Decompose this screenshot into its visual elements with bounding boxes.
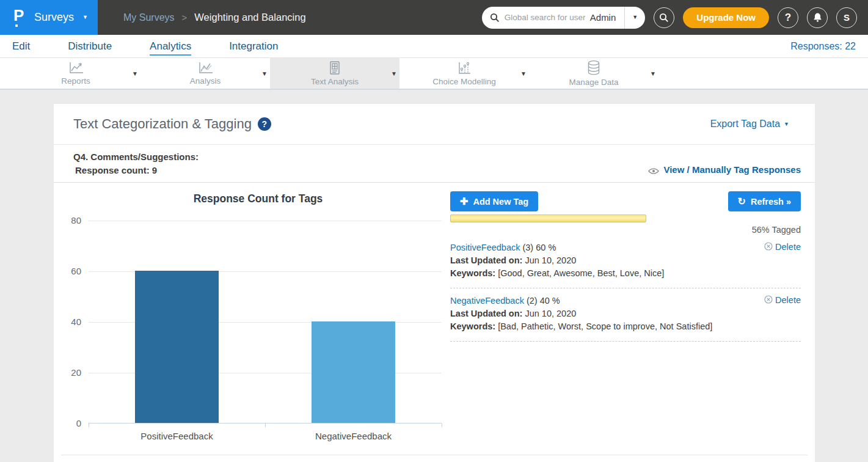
refresh-button[interactable]: ↻ Refresh » — [728, 191, 801, 211]
gridline — [89, 221, 442, 221]
text-grid-icon — [328, 61, 341, 75]
breadcrumb-parent[interactable]: My Surveys — [123, 12, 175, 23]
scatter-chart-icon — [456, 61, 473, 75]
delete-tag-link[interactable]: Delete — [764, 295, 801, 305]
response-count: Response count: 9 — [73, 165, 199, 175]
keywords-label: Keywords: — [450, 321, 495, 331]
tag-count-percent: (2) 40 % — [524, 296, 560, 306]
bell-icon — [812, 12, 823, 23]
breadcrumb-current: Weighting and Balancing — [194, 12, 305, 23]
questionpro-logo-icon: P — [13, 9, 27, 27]
text-analysis-card: Text Categorization & Tagging ? Export T… — [54, 104, 815, 462]
question-row: Q4. Comments/Suggestions: Response count… — [54, 145, 815, 183]
tagging-progress-bar — [450, 215, 801, 223]
app-window: P Surveys ▼ My Surveys > Weighting and B… — [0, 0, 868, 462]
refresh-icon: ↻ — [738, 196, 746, 207]
delete-tag-link[interactable]: Delete — [764, 242, 801, 252]
chevron-down-icon[interactable]: ▼ — [520, 70, 527, 77]
global-search: Admin ▼ — [482, 7, 646, 29]
y-axis-tick-label: 0 — [62, 418, 81, 428]
nav-item-edit[interactable]: Edit — [12, 37, 30, 56]
tab-label: Text Analysis — [311, 77, 359, 86]
breadcrumb: My Surveys > Weighting and Balancing — [123, 12, 306, 23]
keywords-value: [Good, Great, Awesome, Best, Love, Nice] — [495, 268, 664, 278]
search-button[interactable] — [654, 7, 674, 28]
search-icon — [490, 13, 500, 23]
tag-list: PositiveFeedback (3) 60 % Last Updated o… — [450, 240, 801, 342]
chevron-down-icon[interactable]: ▼ — [650, 70, 656, 77]
tab-label: Reports — [61, 76, 90, 86]
responses-count[interactable]: Responses: 22 — [790, 41, 856, 52]
help-button[interactable]: ? — [778, 7, 798, 28]
search-icon — [659, 13, 669, 23]
eye-icon — [648, 167, 659, 175]
survey-nav: Edit Distribute Analytics Integration Re… — [0, 35, 868, 58]
search-scope-dropdown[interactable]: ▼ — [625, 15, 645, 20]
line-chart-icon — [197, 61, 214, 75]
view-manually-tag-link[interactable]: View / Manually Tag Responses — [663, 164, 801, 175]
tag-item: NegativeFeedback (2) 40 % Last Updated o… — [450, 293, 801, 336]
product-label: Surveys — [34, 11, 74, 24]
question-title: Q4. Comments/Suggestions: — [73, 152, 199, 162]
tab-text-analysis[interactable]: Text Analysis ▼ — [270, 58, 399, 89]
bar-chart-plot-area: 020406080PositiveFeedbackNegativeFeedbac… — [89, 221, 442, 424]
tab-reports[interactable]: Reports ▼ — [11, 58, 140, 89]
tab-manage-data[interactable]: Manage Data ▼ — [529, 58, 658, 89]
chevron-down-icon[interactable]: ▼ — [391, 70, 397, 77]
search-input[interactable] — [505, 13, 585, 22]
upgrade-now-button[interactable]: Upgrade Now — [683, 7, 769, 28]
nav-item-distribute[interactable]: Distribute — [68, 37, 112, 56]
tab-choice-modelling[interactable]: Choice Modelling ▼ — [399, 58, 529, 89]
y-axis-tick-label: 40 — [62, 317, 81, 327]
chevron-down-icon[interactable]: ▼ — [132, 70, 138, 77]
notifications-button[interactable] — [807, 7, 828, 28]
bar-NegativeFeedback[interactable] — [312, 321, 395, 423]
tag-item: PositiveFeedback (3) 60 % Last Updated o… — [450, 240, 801, 282]
progress-label: 56% Tagged — [752, 225, 801, 235]
search-scope-value[interactable]: Admin — [585, 12, 625, 23]
breadcrumb-separator-icon: > — [182, 12, 188, 23]
add-new-tag-button[interactable]: ✚ Add New Tag — [450, 191, 538, 211]
divider — [450, 288, 801, 288]
bar-PositiveFeedback[interactable] — [135, 271, 219, 423]
nav-item-integration[interactable]: Integration — [229, 37, 278, 56]
tag-panel: ✚ Add New Tag ↻ Refresh » 56% Tagged Pos… — [450, 191, 801, 346]
chevron-down-icon[interactable]: ▼ — [261, 70, 268, 77]
top-bar-actions: Admin ▼ Upgrade Now ? S — [482, 7, 868, 29]
circle-x-icon — [764, 242, 773, 251]
progress-label-wrap: 56% Tagged — [450, 225, 801, 235]
chart-title: Response Count for Tags — [61, 193, 455, 205]
tab-label: Manage Data — [569, 78, 618, 87]
last-updated-value: Jun 10, 2020 — [522, 255, 576, 265]
keywords-label: Keywords: — [450, 268, 495, 278]
last-updated-label: Last Updated on: — [450, 309, 522, 318]
plus-icon: ✚ — [460, 196, 468, 207]
account-avatar[interactable]: S — [836, 7, 857, 28]
card-header: Text Categorization & Tagging ? Export T… — [54, 104, 815, 145]
x-axis-tick — [265, 424, 266, 427]
divider — [61, 455, 808, 455]
divider — [450, 341, 801, 342]
x-axis-tick — [442, 424, 442, 427]
export-tag-data-dropdown[interactable]: Export Tag Data ▼ — [710, 119, 789, 130]
chevron-down-icon: ▼ — [82, 15, 88, 20]
y-axis-tick-label: 60 — [62, 266, 81, 276]
tab-label: Analysis — [190, 76, 221, 86]
keywords-value: [Bad, Pathetic, Worst, Scope to improve,… — [495, 321, 712, 331]
analytics-tab-bar: Reports ▼ Analysis ▼ Text Analysis ▼ — [0, 58, 868, 90]
database-icon — [586, 60, 601, 76]
progress-fill — [450, 215, 646, 222]
y-axis-tick-label: 20 — [62, 367, 81, 378]
last-updated-value: Jun 10, 2020 — [522, 309, 576, 318]
page-title: Text Categorization & Tagging — [73, 116, 252, 132]
chevron-down-icon: ▼ — [784, 122, 789, 127]
last-updated-label: Last Updated on: — [450, 255, 522, 265]
product-menu[interactable]: P Surveys ▼ — [0, 0, 98, 35]
tag-name-link[interactable]: NegativeFeedback — [450, 296, 524, 306]
tab-analysis[interactable]: Analysis ▼ — [140, 58, 270, 89]
circle-x-icon — [764, 295, 773, 304]
y-axis-tick-label: 80 — [62, 215, 81, 226]
help-icon[interactable]: ? — [258, 117, 271, 131]
nav-item-analytics[interactable]: Analytics — [150, 37, 191, 56]
tag-name-link[interactable]: PositiveFeedback — [450, 243, 520, 252]
